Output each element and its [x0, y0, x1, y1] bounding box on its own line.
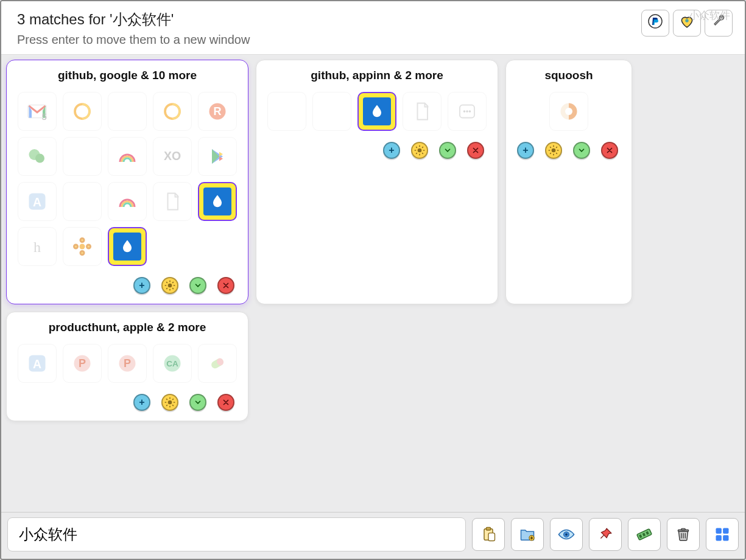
collapse-button[interactable]	[573, 142, 590, 159]
svg-rect-52	[723, 528, 728, 534]
tab-xo[interactable]: XO	[153, 137, 192, 176]
svg-text:P: P	[124, 357, 131, 369]
tab-h-circle[interactable]: h	[18, 227, 57, 266]
svg-point-9	[35, 154, 44, 163]
tab-blank[interactable]	[108, 92, 147, 131]
close-group-button[interactable]	[601, 142, 618, 159]
svg-point-18	[87, 245, 91, 248]
memory-button[interactable]	[628, 518, 661, 551]
svg-point-38	[168, 401, 172, 405]
tab-rainbow[interactable]	[108, 182, 147, 221]
collapse-button[interactable]	[439, 142, 456, 159]
tab-drop[interactable]	[108, 227, 147, 266]
settings-button[interactable]	[705, 10, 733, 37]
pin-icon	[597, 527, 613, 542]
groups-area: github, google & 10 more5RXOAh + github,…	[1, 55, 745, 426]
tab-appstore[interactable]: A	[18, 182, 57, 221]
group-title: github, appinn & 2 more	[267, 69, 487, 82]
tab-flower[interactable]	[63, 227, 102, 266]
wrench-icon	[711, 13, 727, 33]
add-tab-button[interactable]: +	[517, 142, 534, 159]
favorite-button[interactable]	[673, 10, 701, 37]
svg-rect-50	[681, 528, 686, 530]
svg-text:A: A	[33, 195, 41, 209]
svg-text:5: 5	[42, 111, 47, 122]
collapse-button[interactable]	[189, 277, 206, 294]
tab-squoosh[interactable]	[549, 92, 588, 131]
paste-button[interactable]	[472, 518, 505, 551]
group-settings-button[interactable]	[161, 277, 178, 294]
svg-point-23	[469, 110, 471, 113]
group-actions: +	[18, 394, 237, 411]
grid-view-button[interactable]	[706, 518, 739, 551]
tab-blank[interactable]	[312, 92, 351, 131]
tab-play-store[interactable]	[198, 137, 237, 176]
group-card-g2[interactable]: github, appinn & 2 more +	[256, 60, 498, 304]
tab-p-circle[interactable]: P	[63, 344, 102, 383]
close-group-button[interactable]	[467, 142, 484, 159]
tab-appstore[interactable]: A	[18, 344, 57, 383]
svg-point-16	[80, 251, 84, 255]
group-settings-button[interactable]	[411, 142, 428, 159]
tab-pill[interactable]	[198, 344, 237, 383]
add-tab-button[interactable]: +	[133, 394, 150, 411]
visibility-button[interactable]	[550, 518, 583, 551]
svg-point-15	[80, 239, 84, 242]
search-input[interactable]	[7, 517, 466, 551]
folder-button[interactable]	[511, 518, 544, 551]
tab-swirl-orange[interactable]	[153, 92, 192, 131]
tab-blank[interactable]	[267, 92, 306, 131]
group-card-g1[interactable]: github, google & 10 more5RXOAh +	[6, 60, 248, 304]
tab-p-circle[interactable]: P	[108, 344, 147, 383]
svg-text:P: P	[79, 357, 86, 369]
group-actions: +	[517, 142, 621, 159]
svg-point-22	[466, 110, 468, 113]
trash-button[interactable]	[667, 518, 700, 551]
pin-button[interactable]	[589, 518, 622, 551]
svg-text:CA: CA	[166, 359, 178, 368]
group-settings-button[interactable]	[545, 142, 562, 159]
group-settings-button[interactable]	[161, 394, 178, 411]
close-group-button[interactable]	[217, 394, 234, 411]
svg-point-19	[168, 284, 172, 288]
donate-button[interactable]	[641, 10, 669, 37]
paypal-icon	[648, 14, 663, 32]
tab-drop[interactable]	[198, 182, 237, 221]
tab-swirl-orange[interactable]	[63, 92, 102, 131]
group-title: github, google & 10 more	[18, 69, 237, 82]
svg-text:h: h	[33, 239, 41, 255]
heart-icon	[679, 13, 695, 33]
tab-blank[interactable]	[63, 137, 102, 176]
svg-text:A: A	[33, 357, 41, 371]
tab-wechat[interactable]	[18, 137, 57, 176]
tab-ca-circle[interactable]: CA	[153, 344, 192, 383]
svg-point-44	[565, 533, 568, 536]
close-group-button[interactable]	[217, 277, 234, 294]
tab-grid	[267, 92, 487, 131]
svg-point-24	[418, 149, 422, 153]
tab-r-circle[interactable]: R	[198, 92, 237, 131]
collapse-button[interactable]	[189, 394, 206, 411]
tab-document[interactable]	[153, 182, 192, 221]
tab-rainbow[interactable]	[108, 137, 147, 176]
svg-text:R: R	[214, 105, 222, 117]
svg-point-21	[463, 110, 466, 113]
add-tab-button[interactable]: +	[133, 277, 150, 294]
svg-point-1	[685, 19, 688, 22]
tab-drop[interactable]	[357, 92, 396, 131]
svg-rect-53	[716, 535, 722, 541]
tab-grid: 5RXOAh	[18, 92, 237, 266]
tab-dots-box[interactable]	[448, 92, 487, 131]
group-card-g4[interactable]: producthunt, apple & 2 moreAPPCA +	[6, 312, 248, 421]
tab-document[interactable]	[403, 92, 442, 131]
folder-icon	[519, 526, 536, 543]
group-card-g3[interactable]: squoosh +	[505, 60, 632, 304]
add-tab-button[interactable]: +	[383, 142, 400, 159]
group-actions: +	[18, 277, 237, 294]
tab-blank[interactable]	[63, 182, 102, 221]
footer	[1, 512, 745, 559]
svg-rect-54	[723, 535, 728, 541]
ram-icon	[635, 525, 653, 544]
grid-icon	[714, 526, 731, 543]
tab-gmail[interactable]: 5	[18, 92, 57, 131]
